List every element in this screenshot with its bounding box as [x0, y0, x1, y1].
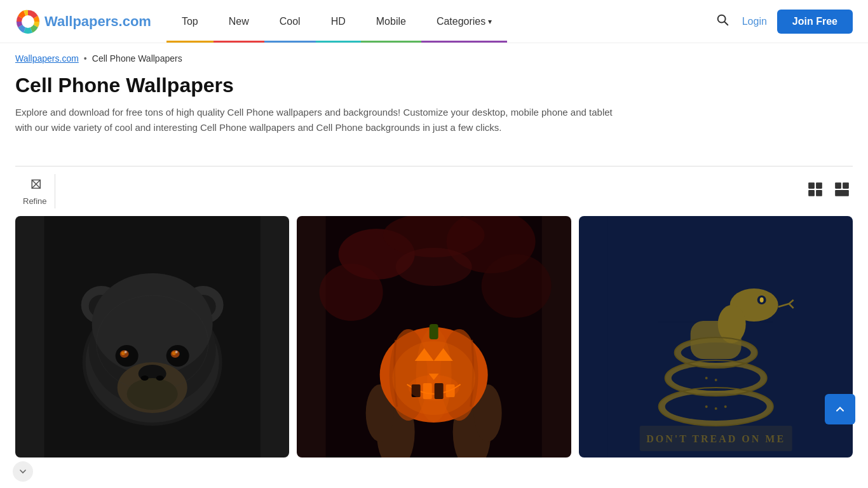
breadcrumb: Wallpapers.com • Cell Phone Wallpapers	[0, 43, 868, 69]
svg-rect-52	[430, 324, 438, 339]
svg-rect-11	[843, 182, 849, 189]
refine-button[interactable]: Refine	[15, 174, 55, 208]
search-button[interactable]	[713, 10, 732, 32]
svg-point-76	[705, 405, 707, 408]
arrow-up-icon	[834, 403, 846, 416]
svg-point-31	[175, 351, 178, 353]
header-actions: Login Join Free	[713, 10, 853, 34]
svg-rect-12	[835, 190, 849, 196]
breadcrumb-separator: •	[84, 53, 87, 64]
svg-point-35	[156, 376, 164, 381]
nav-item-mobile[interactable]: Mobile	[361, 0, 421, 43]
svg-point-1	[22, 15, 34, 28]
page-header-section: Cell Phone Wallpapers Explore and downlo…	[0, 69, 763, 151]
svg-rect-9	[816, 190, 822, 196]
logo-text: Wallpapers.com	[44, 13, 151, 30]
svg-rect-7	[816, 182, 822, 189]
svg-rect-10	[835, 182, 841, 189]
wallpaper-card-bear[interactable]	[15, 216, 289, 458]
svg-line-3	[724, 22, 728, 25]
svg-point-34	[141, 376, 149, 381]
filter-toolbar: Refine	[0, 166, 868, 216]
svg-point-40	[320, 264, 383, 321]
breadcrumb-home[interactable]: Wallpapers.com	[15, 53, 79, 64]
site-header: Wallpapers.com Top New Cool HD Mobile Ca…	[0, 0, 868, 43]
join-free-button[interactable]: Join Free	[777, 10, 853, 34]
svg-rect-8	[808, 190, 815, 196]
page-description: Explore and download for free tons of hi…	[15, 105, 625, 135]
search-icon	[715, 13, 729, 27]
svg-point-21	[92, 273, 213, 375]
svg-text:DON'T TREAD ON ME: DON'T TREAD ON ME	[646, 433, 785, 444]
svg-point-42	[396, 248, 472, 286]
svg-point-33	[127, 378, 178, 410]
svg-point-78	[724, 405, 726, 408]
wallpaper-grid: DON'T TREAD ON ME	[0, 216, 868, 473]
svg-rect-6	[808, 182, 815, 189]
grid-view-button[interactable]	[804, 179, 826, 204]
login-link[interactable]: Login	[742, 16, 767, 27]
svg-point-79	[705, 377, 707, 379]
logo-icon	[15, 9, 41, 34]
wallpaper-card-pumpkin[interactable]	[297, 216, 571, 458]
scroll-to-top-button[interactable]	[825, 394, 855, 424]
breadcrumb-current: Cell Phone Wallpapers	[92, 53, 182, 64]
svg-point-77	[714, 407, 717, 410]
list-icon	[834, 181, 850, 198]
chevron-down-icon: ▾	[488, 17, 492, 26]
grid-icon	[807, 181, 824, 198]
site-logo[interactable]: Wallpapers.com	[15, 9, 151, 34]
svg-point-80	[714, 379, 717, 381]
main-nav: Top New Cool HD Mobile Categories ▾	[166, 0, 713, 43]
svg-point-41	[482, 254, 552, 318]
nav-item-categories[interactable]: Categories ▾	[421, 0, 507, 43]
list-view-button[interactable]	[831, 179, 853, 204]
svg-point-30	[125, 351, 127, 353]
nav-item-new[interactable]: New	[214, 0, 264, 43]
refine-label: Refine	[23, 196, 47, 206]
svg-point-63	[665, 393, 766, 421]
nav-item-hd[interactable]: HD	[316, 0, 361, 43]
refine-icon	[24, 174, 46, 196]
wallpaper-card-snake[interactable]: DON'T TREAD ON ME	[579, 216, 853, 458]
nav-item-top[interactable]: Top	[166, 0, 214, 43]
page-title: Cell Phone Wallpapers	[15, 74, 747, 97]
nav-item-cool[interactable]: Cool	[264, 0, 316, 43]
chevron-down-icon	[18, 466, 28, 473]
svg-point-72	[759, 297, 763, 302]
view-toggle	[804, 179, 853, 204]
